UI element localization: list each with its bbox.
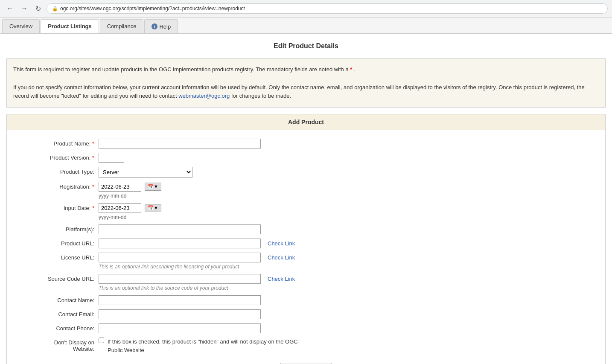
- product-version-field: [99, 153, 599, 163]
- input-date-calendar-button[interactable]: 📅▼: [145, 204, 161, 212]
- info-text-3: If you do not specify contact informatio…: [13, 84, 585, 99]
- dont-display-checkbox[interactable]: [99, 338, 104, 343]
- source-code-url-row: Source Code URL: Check Link This is an o…: [13, 274, 599, 291]
- webmaster-email-link[interactable]: webmaster@ogc.org: [178, 93, 230, 99]
- required-star-version: *: [92, 154, 94, 161]
- product-name-input[interactable]: [99, 139, 261, 149]
- registration-calendar-button[interactable]: 📅▼: [145, 183, 161, 191]
- required-star-name: *: [92, 140, 94, 147]
- platforms-field: [99, 224, 599, 234]
- contact-name-label: Contact Name:: [13, 295, 99, 303]
- reload-button[interactable]: ↻: [33, 4, 43, 14]
- help-circle-icon: i: [152, 23, 157, 29]
- platforms-label: Platform(s):: [13, 224, 99, 233]
- dont-display-row: Don't Display onWebsite: If this box is …: [13, 338, 599, 354]
- license-url-field: Check Link This is an optional link desc…: [99, 253, 599, 270]
- required-star-input-date: *: [92, 205, 94, 211]
- source-code-url-check-link[interactable]: Check Link: [268, 276, 295, 282]
- registration-row: Registration: * 📅▼ yyyy-mm-dd: [13, 182, 599, 199]
- product-name-field: [99, 139, 599, 149]
- form-section-title: Add Product: [288, 119, 324, 125]
- form-body: Product Name: * Product Version: *: [7, 130, 605, 364]
- info-text-2: .: [354, 66, 356, 73]
- form-section: Add Product Product Name: * Product Vers…: [6, 114, 606, 364]
- source-code-url-input[interactable]: [99, 274, 261, 284]
- source-help-text: This is an optional link to the source c…: [99, 285, 599, 291]
- product-type-label: Product Type:: [13, 167, 99, 175]
- license-url-label: License URL:: [13, 253, 99, 261]
- product-url-label: Product URL:: [13, 239, 99, 247]
- input-date-row: Input Date: * 📅▼ yyyy-mm-dd: [13, 203, 599, 220]
- product-url-inline: Check Link: [99, 239, 599, 248]
- page-title: Edit Product Details: [6, 42, 606, 50]
- contact-name-row: Contact Name:: [13, 295, 599, 305]
- platforms-row: Platform(s):: [13, 224, 599, 234]
- required-star-1: *: [350, 66, 352, 73]
- product-name-row: Product Name: *: [13, 139, 599, 149]
- product-type-select[interactable]: Server Client Tool Library Other: [99, 167, 192, 178]
- product-url-field: Check Link: [99, 239, 599, 248]
- input-date-label: Input Date: *: [13, 203, 99, 211]
- product-url-input[interactable]: [99, 239, 261, 248]
- contact-email-field: [99, 309, 599, 319]
- tab-bar: Overview Product Listings Compliance i H…: [0, 17, 612, 34]
- info-text-1: This form is required to register and up…: [13, 66, 349, 73]
- contact-name-field: [99, 295, 599, 305]
- dont-display-text: If this box is checked, this product is …: [108, 338, 300, 354]
- product-type-field: Server Client Tool Library Other: [99, 167, 599, 178]
- dont-display-label: Don't Display onWebsite:: [13, 338, 99, 352]
- tab-product-listings[interactable]: Product Listings: [41, 19, 99, 33]
- registration-date-format: yyyy-mm-dd: [99, 193, 599, 199]
- input-date-input[interactable]: [99, 203, 141, 213]
- license-url-check-link[interactable]: Check Link: [268, 254, 295, 261]
- url-text: ogc.org/sites/www.ogc.org/scripts/implem…: [60, 6, 245, 12]
- license-url-row: License URL: Check Link This is an optio…: [13, 253, 599, 270]
- contact-email-label: Contact Email:: [13, 309, 99, 317]
- info-text-4: for changes to be made.: [231, 93, 291, 99]
- dont-display-field: If this box is checked, this product is …: [99, 338, 300, 354]
- product-type-row: Product Type: Server Client Tool Library…: [13, 167, 599, 178]
- contact-phone-row: Contact Phone:: [13, 323, 599, 333]
- product-url-row: Product URL: Check Link: [13, 239, 599, 248]
- contact-phone-field: [99, 323, 599, 333]
- product-version-label: Product Version: *: [13, 153, 99, 161]
- input-date-format: yyyy-mm-dd: [99, 214, 599, 220]
- input-date-inline: 📅▼: [99, 203, 599, 213]
- form-section-header: Add Product: [7, 114, 605, 130]
- tab-help-label: Help: [159, 23, 171, 30]
- required-star-reg: *: [92, 183, 94, 190]
- registration-label: Registration: *: [13, 182, 99, 190]
- registration-date-input[interactable]: [99, 182, 141, 192]
- info-box: This form is required to register and up…: [6, 58, 606, 108]
- registration-date-inline: 📅▼: [99, 182, 599, 192]
- source-code-url-field: Check Link This is an optional link to t…: [99, 274, 599, 291]
- registration-field: 📅▼ yyyy-mm-dd: [99, 182, 599, 199]
- source-code-url-inline: Check Link: [99, 274, 599, 284]
- back-button[interactable]: ←: [4, 4, 15, 13]
- platforms-input[interactable]: [99, 224, 261, 234]
- tab-help[interactable]: i Help: [144, 19, 178, 33]
- address-bar[interactable]: 🔒 ogc.org/sites/www.ogc.org/scripts/impl…: [47, 3, 608, 14]
- tab-overview[interactable]: Overview: [2, 19, 40, 33]
- browser-chrome: ← → ↻ 🔒 ogc.org/sites/www.ogc.org/script…: [0, 0, 612, 17]
- product-name-label: Product Name: *: [13, 139, 99, 147]
- source-code-url-label: Source Code URL:: [13, 274, 99, 282]
- license-url-inline: Check Link: [99, 253, 599, 262]
- product-version-row: Product Version: *: [13, 153, 599, 163]
- input-date-field: 📅▼ yyyy-mm-dd: [99, 203, 599, 220]
- license-help-text: This is an optional link describing the …: [99, 264, 599, 270]
- tab-compliance[interactable]: Compliance: [100, 19, 144, 33]
- contact-phone-label: Contact Phone:: [13, 323, 99, 332]
- contact-name-input[interactable]: [99, 295, 261, 305]
- product-version-input[interactable]: [99, 153, 124, 163]
- lock-icon: 🔒: [52, 6, 58, 12]
- forward-button[interactable]: →: [19, 4, 30, 13]
- product-url-check-link[interactable]: Check Link: [268, 240, 295, 247]
- contact-email-input[interactable]: [99, 309, 261, 319]
- main-content: Edit Product Details This form is requir…: [0, 34, 612, 364]
- license-url-input[interactable]: [99, 253, 261, 262]
- contact-phone-input[interactable]: [99, 323, 261, 333]
- contact-email-row: Contact Email:: [13, 309, 599, 319]
